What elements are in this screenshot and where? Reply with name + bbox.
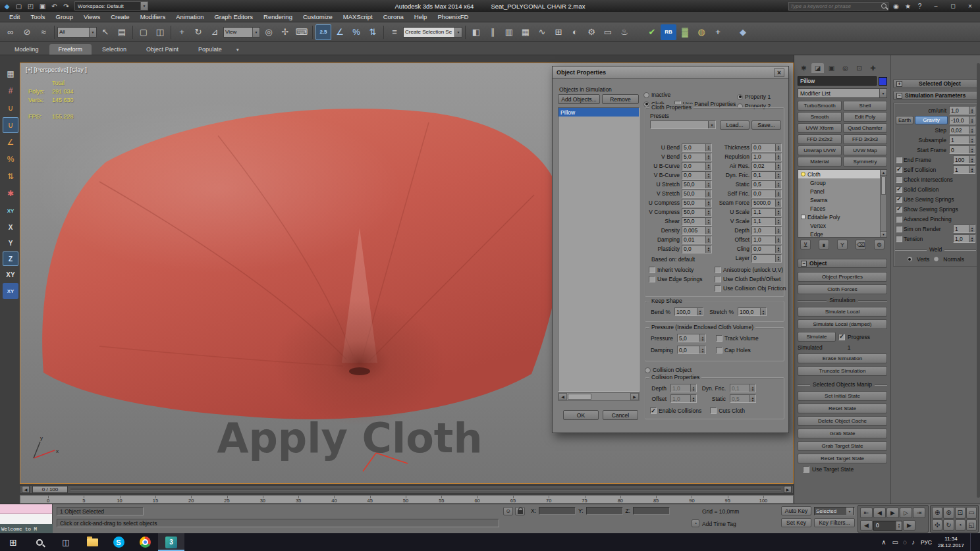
ribbon-tab-object-paint[interactable]: Object Paint (137, 44, 188, 55)
menu-modifiers[interactable]: Modifiers (135, 13, 171, 20)
spinner-snap-icon[interactable]: ⇅ (365, 24, 381, 40)
stack-item-faces[interactable]: Faces (798, 204, 880, 213)
param-offset-field[interactable]: 1,0 (751, 236, 782, 244)
simulate-local-button[interactable]: Simulate Local (798, 307, 887, 317)
erase-simulation-button[interactable]: Erase Simulation (798, 354, 887, 363)
use-edge-springs-checkbox[interactable] (649, 276, 655, 282)
zoom-icon[interactable]: ⊕ (932, 507, 942, 519)
param-v-bend-field[interactable]: 5,0 (682, 153, 712, 161)
configure-modifier-sets-icon[interactable]: ⚙ (874, 240, 885, 249)
modifier-button-material[interactable]: Material (798, 157, 842, 167)
favorites-icon[interactable]: ★ (902, 1, 913, 11)
bind-to-space-warp-icon[interactable]: ≈ (36, 24, 51, 40)
track-bar[interactable]: 0510152025303540455055606570758085909510… (20, 495, 794, 504)
select-and-scale-icon[interactable]: ⊿ (207, 24, 223, 40)
hierarchy-tab-icon[interactable]: ▣ (825, 63, 838, 73)
spinner-arrows[interactable] (775, 153, 781, 161)
motion-tab-icon[interactable]: ◎ (839, 63, 852, 73)
presets-dropdown[interactable] (650, 120, 716, 130)
utilities-tab-icon[interactable]: ✚ (867, 63, 879, 73)
ribbon-minimize-icon[interactable]: ▾ (232, 45, 243, 55)
maximize-viewport-icon[interactable]: ◱ (966, 519, 977, 531)
collapse-icon[interactable]: − (801, 261, 807, 267)
select-and-link-icon[interactable]: ∞ (3, 24, 18, 40)
sim-on-render-field[interactable]: 1 (953, 224, 975, 233)
tray-chevron-icon[interactable]: ∧ (881, 538, 886, 546)
dropdown-arrow-icon[interactable] (140, 2, 148, 10)
new-scene-icon[interactable]: ▢ (13, 1, 24, 11)
param-shear-field[interactable]: 50,0 (682, 217, 712, 226)
window-crossing-icon[interactable]: ◫ (152, 24, 168, 40)
curve-editor-icon[interactable]: ∿ (534, 24, 550, 40)
spinner-arrows[interactable] (775, 172, 781, 179)
display-tab-icon[interactable]: ⊡ (853, 63, 865, 73)
zoom-region-icon[interactable]: ▭ (966, 507, 977, 519)
save-button[interactable]: Save... (751, 120, 781, 130)
spinner-arrows[interactable] (775, 163, 781, 170)
play-button[interactable]: ▶ (886, 508, 899, 518)
scroll-thumb[interactable] (568, 394, 591, 400)
object-color-swatch[interactable] (879, 77, 887, 86)
align-icon[interactable]: ∥ (485, 24, 501, 40)
add-objects-button[interactable]: Add Objects... (558, 94, 600, 104)
param-seam-force-field[interactable]: 5000,0 (751, 199, 782, 207)
step-field[interactable]: 0,02 (949, 126, 975, 134)
simulation-objects-list[interactable]: Pillow (558, 107, 640, 392)
menu-help[interactable]: Help (409, 13, 433, 20)
grid-toggle-icon[interactable]: ▦ (3, 66, 18, 82)
anisotropic-unlock-u-v-checkbox[interactable] (715, 267, 721, 273)
edit-named-selections-icon[interactable]: ≡ (387, 24, 402, 40)
param-depth-field[interactable]: 1,0 (751, 226, 782, 235)
app-menu-icon[interactable]: ◆ (1, 1, 13, 11)
key-mode-dropdown[interactable]: Selected (814, 507, 855, 515)
end-frame-checkbox[interactable] (896, 157, 902, 163)
time-slider[interactable]: ◀ 0 / 100 ▶ (20, 485, 794, 494)
close-button[interactable]: × (962, 1, 979, 11)
object-properties-button[interactable]: Object Properties (798, 272, 887, 282)
stretch-field[interactable]: 100,0 (738, 307, 767, 316)
spinner-arrows[interactable] (969, 107, 975, 114)
menu-tools[interactable]: Tools (25, 13, 50, 20)
spinner-arrows[interactable] (775, 236, 781, 244)
menu-animation[interactable]: Animation (171, 13, 209, 20)
cloth-object[interactable] (34, 103, 562, 425)
lightbulb-icon[interactable] (801, 172, 805, 176)
expand-icon[interactable]: + (896, 81, 902, 87)
selected-object-rollout[interactable]: + Selected Object (893, 79, 978, 88)
truncate-simulation-button[interactable]: Truncate Simulation (798, 366, 887, 376)
offset-field[interactable]: 1,0 (670, 394, 697, 403)
spinner-arrows[interactable] (749, 395, 755, 402)
macro-recorder-line[interactable] (0, 504, 52, 514)
snap-3d-icon[interactable]: ∪ (3, 100, 18, 116)
spinner-arrows[interactable] (749, 384, 755, 392)
cap-holes-checkbox[interactable] (716, 347, 722, 354)
previous-key-button[interactable]: ◀ (860, 520, 873, 531)
self-collision-checkbox[interactable] (896, 167, 902, 173)
taskbar-clock[interactable]: 11:34 28.12.2017 (938, 536, 964, 548)
track-volume-checkbox[interactable] (716, 335, 722, 342)
select-and-manipulate-icon[interactable]: ✢ (277, 24, 293, 40)
progress-checkbox[interactable] (838, 334, 845, 340)
key-filters-button[interactable]: Key Filters... (814, 518, 855, 527)
param-v-stretch-field[interactable]: 50,0 (682, 190, 712, 198)
spinner-arrows[interactable] (690, 395, 696, 402)
spinner-arrows[interactable] (969, 156, 975, 163)
bend-field[interactable]: 100,0 (674, 307, 703, 316)
pin-stack-icon[interactable]: ⊻ (800, 240, 811, 249)
stack-item-seams[interactable]: Seams (798, 196, 880, 204)
reset-target-state-button[interactable]: Reset Target State (798, 454, 887, 463)
keyboard-override-icon[interactable]: ⌨ (294, 24, 310, 40)
reset-state-button[interactable]: Reset State (798, 404, 887, 413)
frame-number-field[interactable]: 0 (873, 521, 902, 531)
spinner-arrows[interactable] (969, 166, 975, 173)
param-v-compress-field[interactable]: 50,0 (682, 208, 712, 217)
property1-radio[interactable] (737, 94, 743, 100)
restrict-y-button[interactable]: Y (3, 236, 18, 250)
param-u-scale-field[interactable]: 1,1 (751, 208, 782, 217)
spinner-arrows[interactable] (705, 172, 711, 179)
use-cloth-depth-offset-checkbox[interactable] (715, 276, 721, 282)
end-frame-field[interactable]: 100 (953, 155, 975, 164)
workspace-dropdown[interactable]: Workspace: Default (74, 1, 148, 11)
spinner-arrows[interactable] (775, 199, 781, 207)
snaps-toggle-icon[interactable]: 2.5 (315, 24, 331, 40)
